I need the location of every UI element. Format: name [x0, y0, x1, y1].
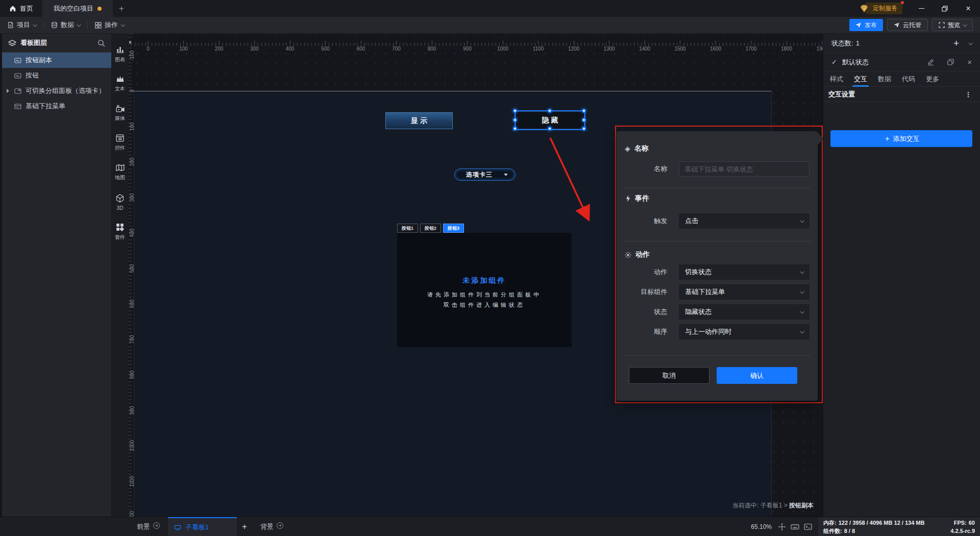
custom-service-button[interactable]: 定制服务 [859, 3, 902, 14]
h-ruler-label: 1700 [745, 46, 756, 52]
chevron-down-icon[interactable] [968, 41, 972, 45]
publish-button[interactable]: 发布 [849, 19, 883, 31]
canvas-area[interactable]: 0100200300400500600700800900100011001200… [129, 34, 823, 517]
cancel-button[interactable]: 取消 [629, 367, 709, 384]
components-value: 8 / 8 [844, 528, 855, 534]
name-section-header: ◈ 名称 [625, 143, 810, 154]
layer-item[interactable]: 按钮 [2, 68, 111, 83]
preview-button[interactable]: 预览 [932, 19, 973, 31]
media-icon [116, 105, 125, 112]
selection-handle[interactable] [582, 118, 586, 122]
toolbox-item[interactable]: 文本 [111, 72, 129, 95]
confirm-button[interactable]: 确认 [717, 367, 797, 384]
toolbox-item[interactable]: 图表 [111, 43, 129, 65]
chart-icon [116, 45, 125, 54]
selection-handle[interactable] [582, 127, 586, 131]
selection-handle[interactable] [582, 109, 586, 113]
fit-screen-button[interactable] [778, 523, 786, 531]
zoom-level[interactable]: 65.10% [751, 523, 772, 530]
select-field[interactable]: 与上一动作同时 [679, 324, 810, 339]
bottom-bar: 前景 子看板1 + 背景 65.10% [0, 517, 980, 536]
selection-handle[interactable] [548, 127, 552, 131]
copy-state-button[interactable] [947, 59, 954, 65]
new-tab-button[interactable]: + [113, 0, 130, 17]
select-field[interactable]: 点击 [679, 213, 810, 229]
toolbox-item-label: 文本 [115, 85, 125, 92]
panel-tab-active[interactable]: 交互 [852, 71, 869, 87]
layer-item-label: 按钮副本 [26, 56, 52, 65]
cloud-host-label: 云托管 [903, 21, 921, 30]
project-tab[interactable]: 我的空白项目 [42, 0, 113, 17]
layer-item[interactable]: 可切换分组面板（选项卡） [2, 83, 111, 99]
custom-service-badge: 定制服务 [866, 3, 902, 14]
panel-tab[interactable]: 按钮3 [443, 224, 464, 233]
toolbox-item-label: 套件 [115, 233, 125, 240]
dialog-field-row: 目标组件基础下拉菜单 [625, 284, 810, 300]
circle-plus-icon[interactable] [153, 522, 160, 529]
selection-status-target: 按钮副本 [789, 502, 814, 509]
expand-arrow-icon[interactable] [7, 89, 9, 93]
panel-tab-item[interactable]: 更多 [924, 71, 941, 87]
menu-project[interactable]: 项目 [0, 17, 43, 34]
toolbox-item[interactable]: 3D [111, 191, 129, 213]
h-ruler-label: 800 [428, 46, 436, 52]
edit-state-button[interactable] [927, 59, 934, 65]
select-field[interactable]: 隐藏状态 [679, 304, 810, 320]
restore-button[interactable] [933, 0, 957, 17]
console-button[interactable] [804, 523, 812, 530]
select-value: 与上一动作同时 [685, 327, 800, 336]
foreground-button[interactable]: 前景 [129, 517, 168, 536]
publish-label: 发布 [865, 21, 877, 30]
select-value: 隐藏状态 [685, 307, 800, 316]
minimize-button[interactable] [910, 0, 933, 17]
button-component-icon [14, 73, 21, 79]
background-button[interactable]: 背景 [252, 517, 291, 536]
board-tab[interactable]: 子看板1 [168, 517, 237, 536]
panel-tab-item[interactable]: 数据 [876, 71, 893, 87]
group-panel-component[interactable]: 未添加组件 请先添加组件到当前分组面板中 双击组件进入编辑状态 [397, 233, 572, 347]
select-value: 基础下拉菜单 [685, 287, 800, 297]
unsaved-dot-icon [97, 7, 102, 11]
dropdown-component[interactable]: 选项卡三 [454, 168, 516, 181]
add-board-button[interactable]: + [237, 522, 252, 532]
menu-data[interactable]: 数据 [44, 17, 87, 34]
hide-button-component[interactable]: 隐藏 [516, 111, 584, 129]
layers-icon [8, 39, 16, 47]
panel-tab-group: 按钮1按钮2按钮3 [397, 224, 464, 233]
toolbox-item[interactable]: 地图 [111, 161, 129, 184]
cloud-host-button[interactable]: 云托管 [887, 19, 928, 31]
kebab-menu-icon[interactable]: ⋮ [965, 90, 972, 99]
selection-handle[interactable] [513, 118, 517, 122]
interaction-name-input[interactable] [679, 161, 810, 177]
v-ruler-label: 1100 [129, 471, 135, 492]
home-button[interactable]: 首页 [0, 0, 42, 17]
toolbox-item[interactable]: 媒体 [111, 102, 129, 125]
close-button[interactable]: × [957, 0, 980, 17]
diamond-icon [859, 4, 870, 14]
paper-plane-icon [855, 22, 862, 28]
panel-tab-item[interactable]: 样式 [828, 71, 845, 87]
panel-tab[interactable]: 按钮1 [397, 224, 418, 233]
h-ruler-label: 300 [250, 46, 259, 52]
keyboard-shortcuts-button[interactable] [791, 523, 799, 530]
select-field[interactable]: 切换状态 [679, 264, 810, 280]
circle-plus-icon[interactable] [277, 522, 283, 529]
menu-operate[interactable]: 操作 [88, 17, 131, 34]
panel-tab[interactable]: 按钮2 [420, 224, 441, 233]
v-ruler-label: 1000 [129, 435, 135, 456]
add-state-button[interactable]: + [953, 38, 959, 48]
delete-state-button[interactable]: × [967, 58, 972, 66]
layer-item[interactable]: 基础下拉菜单 [2, 99, 111, 114]
select-field[interactable]: 基础下拉菜单 [679, 284, 810, 300]
search-icon[interactable] [97, 39, 105, 47]
toolbox-item[interactable]: 控件 [111, 132, 129, 154]
show-button-component[interactable]: 显示 [385, 112, 453, 129]
toolbox-item[interactable]: 套件 [111, 221, 129, 243]
panel-tab-item[interactable]: 代码 [900, 71, 917, 87]
selection-handle[interactable] [513, 109, 517, 113]
selection-handle[interactable] [548, 109, 552, 113]
selection-handle[interactable] [513, 127, 517, 131]
add-interaction-button[interactable]: ＋ 添加交互 [830, 130, 972, 147]
menu-data-label: 数据 [61, 20, 74, 30]
layer-item[interactable]: 按钮副本 [2, 53, 111, 68]
